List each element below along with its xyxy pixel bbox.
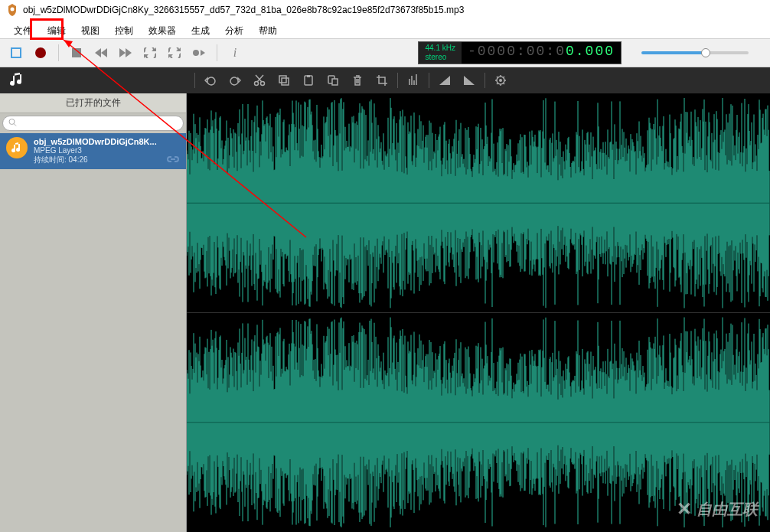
music-note-icon [8, 71, 26, 90]
window-title: obj_w5zDlMODwrDDiGjCn8Ky_3266315557_dd57… [23, 5, 464, 15]
svg-point-14 [9, 119, 15, 125]
svg-rect-6 [279, 76, 286, 83]
sidebar: 已打开的文件 obj_w5zDlMODwrDDiGjCn8K... MPEG L… [0, 93, 187, 532]
menu-edit[interactable]: 编辑 [40, 23, 73, 35]
time-active: 0.000 [566, 44, 615, 59]
zoom-slider[interactable] [641, 51, 749, 54]
toolbar-separator [58, 44, 59, 61]
forward-button[interactable] [116, 43, 135, 63]
toolbar-separator [217, 44, 217, 61]
record-button[interactable] [31, 43, 51, 63]
file-meta: obj_w5zDlMODwrDDiGjCn8K... MPEG Layer3 持… [34, 137, 160, 165]
svg-rect-11 [332, 79, 338, 85]
toolbar-separator [429, 73, 429, 88]
file-list-item[interactable]: obj_w5zDlMODwrDDiGjCn8K... MPEG Layer3 持… [0, 133, 186, 169]
toolbar-separator [194, 73, 195, 88]
paste-special-button[interactable] [324, 71, 342, 90]
menu-generate[interactable]: 生成 [184, 23, 217, 35]
menu-control[interactable]: 控制 [107, 23, 141, 35]
waveform-area[interactable]: ✕ 自由互联 [187, 93, 770, 532]
svg-point-0 [11, 8, 15, 11]
link-icon [166, 153, 180, 165]
stop-to-start-button[interactable] [6, 43, 26, 63]
menu-analyze[interactable]: 分析 [217, 23, 251, 35]
sidebar-header: 已打开的文件 [0, 93, 186, 113]
file-duration: 持续时间: 04:26 [34, 155, 160, 165]
info-button[interactable]: i [225, 43, 245, 63]
sample-rate: 44.1 kHz [425, 44, 455, 53]
time-counter: -0000:00:00.000 [462, 42, 621, 64]
time-dimmed: -0000:00:0 [468, 44, 566, 59]
menu-view[interactable]: 视图 [73, 23, 107, 35]
sidebar-search [0, 113, 186, 133]
search-icon [8, 119, 17, 129]
toolbar-separator [397, 73, 398, 88]
redo-button[interactable] [226, 71, 244, 90]
svg-point-3 [193, 50, 199, 56]
menu-bar: 文件 编辑 视图 控制 效果器 生成 分析 帮助 [0, 20, 770, 38]
stop-button[interactable] [67, 43, 86, 63]
loop-selection-button[interactable] [165, 43, 184, 63]
edit-toolbar [0, 67, 770, 93]
copy-button[interactable] [275, 71, 293, 90]
menu-help[interactable]: 帮助 [251, 23, 285, 35]
title-bar: obj_w5zDlMODwrDDiGjCn8Ky_3266315557_dd57… [0, 0, 770, 20]
channel-mode: stereo [425, 53, 455, 62]
menu-effects[interactable]: 效果器 [141, 23, 184, 35]
fade-in-button[interactable] [436, 71, 454, 90]
crop-button[interactable] [373, 71, 391, 90]
loop-button[interactable] [140, 43, 160, 63]
search-input[interactable] [2, 116, 184, 131]
toolbar-separator [485, 73, 485, 88]
app-icon [6, 4, 18, 16]
svg-rect-9 [307, 75, 310, 77]
record-mode-button[interactable] [189, 43, 209, 63]
cut-button[interactable] [250, 71, 269, 90]
logo-area [0, 67, 187, 93]
fade-out-button[interactable] [460, 71, 478, 90]
delete-button[interactable] [348, 71, 367, 90]
rewind-button[interactable] [91, 43, 111, 63]
audio-info: 44.1 kHz stereo [419, 42, 461, 64]
waveform-canvas[interactable] [187, 93, 770, 532]
undo-button[interactable] [201, 71, 220, 90]
file-name: obj_w5zDlMODwrDDiGjCn8K... [34, 137, 160, 146]
svg-point-13 [499, 79, 502, 82]
settings-button[interactable] [491, 71, 510, 90]
svg-line-15 [14, 124, 16, 126]
audio-file-icon [6, 137, 28, 158]
levels-button[interactable] [404, 71, 423, 90]
menu-file[interactable]: 文件 [6, 23, 40, 35]
main-content: 已打开的文件 obj_w5zDlMODwrDDiGjCn8K... MPEG L… [0, 93, 770, 532]
paste-button[interactable] [299, 71, 318, 90]
time-display: 44.1 kHz stereo -0000:00:00.000 [418, 41, 622, 64]
svg-rect-7 [282, 78, 289, 85]
file-format: MPEG Layer3 [34, 146, 160, 155]
transport-toolbar: i 44.1 kHz stereo -0000:00:00.000 [0, 38, 770, 67]
slider-thumb[interactable] [701, 48, 710, 57]
